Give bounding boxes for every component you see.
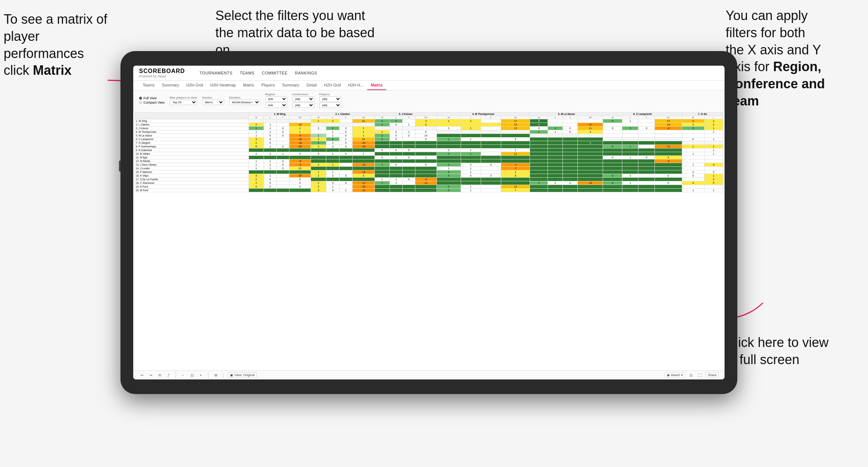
cell	[339, 170, 353, 174]
settings-icon[interactable]: ⚙	[213, 372, 219, 378]
share-icon-small[interactable]: ⤴	[165, 372, 171, 378]
minus-icon[interactable]: −	[180, 372, 186, 378]
table-row: 7. G Sargent 20-16 220-15 3	[135, 141, 723, 145]
cell: 1	[437, 138, 461, 141]
fit-icon[interactable]: ⊡	[189, 372, 195, 378]
cell: 0	[437, 127, 461, 130]
cell	[577, 134, 603, 138]
view-original-button[interactable]: ▣ View: Original	[228, 372, 257, 378]
cell: 1	[375, 163, 390, 167]
subnav-h2h2[interactable]: H2H H...	[345, 81, 367, 90]
cell: 2	[437, 163, 461, 167]
nav-teams[interactable]: TEAMS	[240, 69, 254, 77]
cell	[654, 138, 682, 141]
subnav-teams[interactable]: Teams	[139, 81, 158, 90]
sub-l2: L	[326, 116, 339, 119]
watch-button[interactable]: ◉ Watch ▾	[665, 372, 685, 378]
cell	[437, 134, 461, 138]
cell	[402, 174, 415, 178]
subnav-matrix-left[interactable]: Matrix	[239, 81, 258, 90]
cell	[402, 127, 415, 130]
cell	[402, 141, 415, 145]
cell	[481, 185, 501, 189]
player-name-16: 16. K Vilips	[135, 174, 249, 178]
region-select-x[interactable]: N/A	[265, 96, 287, 102]
cell	[622, 130, 638, 134]
cell	[548, 174, 563, 178]
subnav-matrix-active[interactable]: Matrix	[367, 81, 386, 90]
cell	[563, 159, 578, 163]
cell	[390, 185, 403, 189]
nav-tournaments[interactable]: TOURNAMENTS	[200, 69, 233, 77]
nav-committee[interactable]: COMMITTEE	[262, 69, 288, 77]
undo2-icon[interactable]: ⟲	[157, 372, 162, 378]
cell: 1	[548, 130, 563, 134]
app-header: SCOREBOARD Powered by clippd TOURNAMENTS…	[133, 66, 725, 81]
cell: 0	[289, 178, 311, 181]
subnav-detail[interactable]: Detail	[303, 81, 320, 90]
cell	[277, 156, 289, 159]
cell: 0	[289, 181, 311, 185]
subnav-summary2[interactable]: Summary	[279, 81, 303, 90]
cell: 1	[289, 130, 311, 134]
cell: 2	[311, 185, 326, 189]
cell: 1	[704, 152, 723, 156]
cell: 1	[264, 145, 277, 148]
subnav-summary[interactable]: Summary	[158, 81, 183, 90]
subnav-h2h-grid2[interactable]: H2H Grid	[320, 81, 345, 90]
cell: -6	[577, 123, 603, 127]
full-view-radio[interactable]: Full View	[139, 96, 165, 100]
subnav-h2h-heatmap[interactable]: H2H Heatmap	[207, 81, 239, 90]
bottom-toolbar: ↩ ↪ ⟲ ⤴ − ⊡ + ⚙ ▣ View: Original ◉ Watch	[133, 370, 725, 379]
cell: 1	[461, 170, 481, 174]
sub-l3: L	[390, 116, 403, 119]
fullscreen-icon[interactable]: ⛶	[697, 372, 703, 378]
annotation-line3-plain: click	[4, 63, 33, 78]
cell: 1	[249, 130, 264, 134]
subnav-players[interactable]: Players	[258, 81, 279, 90]
cell: 1	[622, 156, 638, 159]
cell: -8	[415, 178, 437, 181]
players-select-x[interactable]: (All)	[319, 96, 341, 102]
plus-icon[interactable]: +	[198, 372, 204, 378]
cell: 0	[390, 163, 403, 167]
conference-select-x[interactable]: (All)	[292, 96, 314, 102]
cell: 2	[311, 163, 326, 167]
division-select[interactable]: NCAA Division I	[229, 100, 260, 105]
cell: -45	[289, 145, 311, 148]
cast-icon[interactable]: ⊡	[688, 372, 694, 378]
cell: 1	[264, 152, 277, 156]
undo-icon[interactable]: ↩	[139, 372, 145, 378]
cell: 1	[264, 127, 277, 130]
cell	[638, 174, 654, 178]
cell: 0	[563, 181, 578, 185]
compact-view-radio[interactable]: Compact View	[139, 101, 165, 104]
players-select-y[interactable]: (All)	[319, 103, 341, 108]
cell	[277, 174, 289, 178]
player-name-12: 12. M Riedel	[135, 159, 249, 163]
share-button[interactable]: Share	[706, 372, 719, 378]
conference-select-y[interactable]: (All)	[292, 103, 314, 108]
cell	[622, 138, 638, 141]
sub-t4: T	[481, 116, 501, 119]
region-select-y[interactable]: N/A	[265, 103, 287, 108]
cell	[682, 141, 704, 145]
redo-icon[interactable]: ↪	[148, 372, 154, 378]
max-players-select[interactable]: Top 25	[170, 100, 197, 105]
gender-select[interactable]: Men's	[202, 100, 224, 105]
cell: 0	[277, 159, 289, 163]
sub-w1: W	[249, 116, 264, 119]
nav-rankings[interactable]: RANKINGS	[295, 69, 317, 77]
cell	[622, 148, 638, 152]
cell: 1	[461, 148, 481, 152]
cell	[530, 174, 548, 178]
cell	[326, 123, 339, 127]
cell	[603, 148, 622, 152]
cell: 1	[326, 163, 339, 167]
cell: -1	[501, 163, 530, 167]
subnav-h2h-grid[interactable]: H2H Grid	[183, 81, 207, 90]
cell: 0	[437, 152, 461, 156]
cell: 1	[402, 130, 415, 134]
cell	[638, 152, 654, 156]
cell: -11	[654, 145, 682, 148]
